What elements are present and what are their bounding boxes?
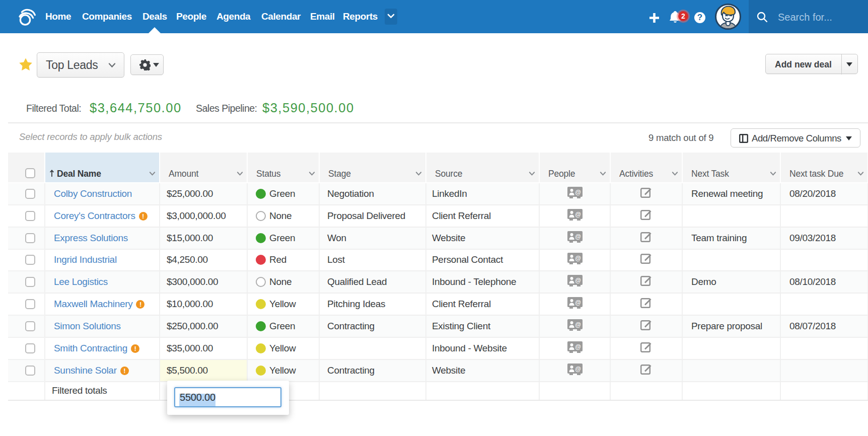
svg-text:@: @ [575, 210, 581, 217]
svg-text:@: @ [575, 233, 581, 240]
svg-text:@: @ [575, 255, 581, 262]
svg-text:@: @ [575, 299, 581, 306]
svg-text:@: @ [575, 321, 581, 328]
svg-text:@: @ [575, 343, 581, 350]
svg-text:@: @ [575, 188, 581, 195]
svg-text:@: @ [575, 365, 581, 372]
svg-text:@: @ [575, 277, 581, 284]
